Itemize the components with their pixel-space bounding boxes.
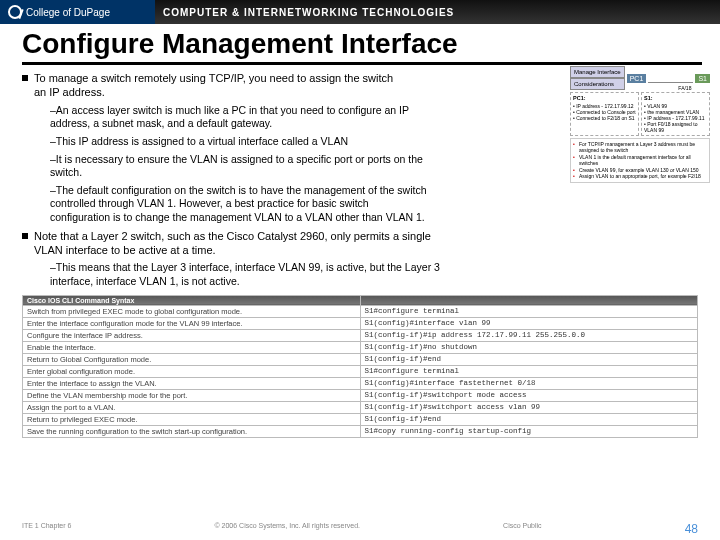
cli-description: Assign the port to a VLAN. (23, 401, 361, 413)
table-header: Cisco IOS CLI Command Syntax (23, 295, 698, 305)
table-row: Enter the interface to assign the VLAN.S… (23, 377, 698, 389)
footer-copyright: © 2006 Cisco Systems, Inc. All rights re… (214, 522, 360, 536)
table-row: Define the VLAN membership mode for the … (23, 389, 698, 401)
cli-description: Enter the interface to assign the VLAN. (23, 377, 361, 389)
table-row: Assign the port to a VLAN.S1(config-if)#… (23, 401, 698, 413)
cli-description: Enable the interface. (23, 341, 361, 353)
bullet-square-icon (22, 75, 28, 81)
cli-command: S1(config-if)#end (360, 353, 698, 365)
cli-command: S1(config)#interface vlan 99 (360, 317, 698, 329)
cli-description: Configure the interface IP address. (23, 329, 361, 341)
cli-description: Return to Global Configuration mode. (23, 353, 361, 365)
bullet-square-icon (22, 233, 28, 239)
cli-command: S1(config-if)#end (360, 413, 698, 425)
cli-command: S1#configure terminal (360, 365, 698, 377)
college-brand: College of DuPage (0, 0, 155, 24)
cli-command: S1#configure terminal (360, 305, 698, 317)
slide-footer: ITE 1 Chapter 6 © 2006 Cisco Systems, In… (22, 522, 698, 536)
cli-syntax-table: Cisco IOS CLI Command Syntax Switch from… (22, 295, 698, 438)
table-row: Return to Global Configuration mode.S1(c… (23, 353, 698, 365)
table-row: Enable the interface.S1(config-if)#no sh… (23, 341, 698, 353)
topology-diagram: Manage Interface Considerations PC1 FA/1… (570, 66, 710, 183)
diagram-card: Considerations (570, 78, 625, 90)
cli-command: S1(config-if)#switchport access vlan 99 (360, 401, 698, 413)
footer-classification: Cisco Public (503, 522, 542, 536)
sub-4: –The default configuration on the switch… (50, 184, 430, 225)
interface-label: FA/18 (678, 85, 691, 91)
table-row: Return to privileged EXEC mode.S1(config… (23, 413, 698, 425)
table-row: Switch from privileged EXEC mode to glob… (23, 305, 698, 317)
slide-header: College of DuPage COMPUTER & INTERNETWOR… (0, 0, 720, 24)
table-row: Save the running configuration to the sw… (23, 425, 698, 437)
college-name: College of DuPage (26, 7, 110, 18)
switch-icon: S1 (695, 74, 710, 83)
pc-icon: PC1 (627, 74, 647, 83)
tips-box: For TCP/IP management a Layer 3 address … (570, 138, 710, 183)
sub-2: –This IP address is assigned to a virtua… (50, 135, 430, 149)
cli-description: Enter global configuration mode. (23, 365, 361, 377)
sub-5: –This means that the Layer 3 interface, … (50, 261, 470, 288)
sub-3: –It is necessary to ensure the VLAN is a… (50, 153, 430, 180)
cli-command: S1(config-if)#switchport mode access (360, 389, 698, 401)
slide-title: Configure Management Interface (22, 28, 702, 65)
cli-command: S1(config-if)#no shutdown (360, 341, 698, 353)
college-logo-icon (8, 5, 22, 19)
sub-1: –An access layer switch is much like a P… (50, 104, 430, 131)
cli-command: S1#copy running-config startup-config (360, 425, 698, 437)
table-row: Enter global configuration mode.S1#confi… (23, 365, 698, 377)
cli-description: Switch from privileged EXEC mode to glob… (23, 305, 361, 317)
footer-chapter: ITE 1 Chapter 6 (22, 522, 71, 536)
cli-description: Enter the interface configuration mode f… (23, 317, 361, 329)
pc-info-box: PC1: • IP address - 172.17.99.12 • Conne… (570, 92, 639, 136)
cli-description: Define the VLAN membership mode for the … (23, 389, 361, 401)
cli-description: Save the running configuration to the sw… (23, 425, 361, 437)
cli-description: Return to privileged EXEC mode. (23, 413, 361, 425)
s1-info-box: S1: • VLAN 99 • the management VLAN • IP… (641, 92, 710, 136)
cli-command: S1(config-if)#ip address 172.17.99.11 25… (360, 329, 698, 341)
diagram-card: Manage Interface (570, 66, 625, 78)
bullet-2: Note that a Layer 2 switch, such as the … (22, 229, 698, 258)
table-row: Enter the interface configuration mode f… (23, 317, 698, 329)
table-row: Configure the interface IP address.S1(co… (23, 329, 698, 341)
program-title: COMPUTER & INTERNETWORKING TECHNOLOGIES (155, 0, 720, 24)
page-number: 48 (685, 522, 698, 536)
cli-command: S1(config)#interface fastethernet 0/18 (360, 377, 698, 389)
